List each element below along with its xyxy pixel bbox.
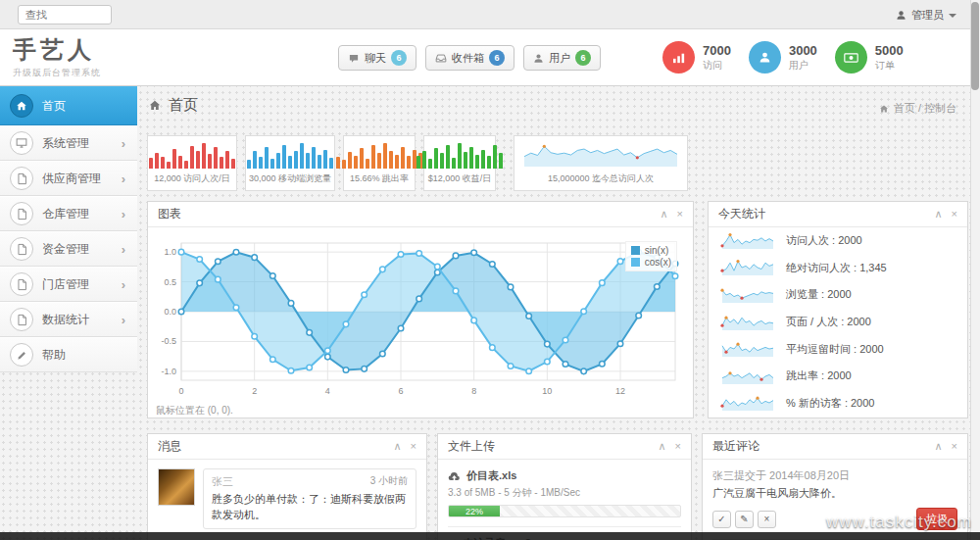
edit-button[interactable]: ✎ [735,511,754,528]
caret-down-icon [949,14,956,18]
legend-item: cos(x) [631,257,671,268]
stat-card-bounce[interactable]: 15.66% 跳出率 [343,135,416,191]
stat-card-total-visits[interactable]: 15,000000 迄今总访问人次 [514,135,688,191]
divider [448,526,681,527]
sidebar-item-system[interactable]: 系统管理 › [0,125,137,161]
chart-body: 0246810121.00.50.0-0.5-1.0 sin(x)cos(x) [148,227,693,400]
close-icon[interactable]: × [677,209,683,220]
inbox-icon [435,53,447,64]
collapse-icon[interactable]: ∧ [394,441,402,452]
message-bubble: 张三 3 小时前 胜多负少的单付款：了：迪斯科要放假两款发动机。 [203,468,416,529]
home-icon [148,99,162,112]
search-input[interactable] [18,5,112,25]
topbar: 管理员 [0,0,980,29]
close-icon[interactable]: × [411,441,416,452]
legend-label: cos(x) [645,257,671,268]
chat-icon [348,53,360,64]
today-stat-row: 浏览量 : 2000 [709,281,967,309]
svg-text:2: 2 [252,386,257,396]
sidebar-item-supplier[interactable]: 供应商管理 › [0,161,137,196]
brand-title: 手艺人 [13,34,101,66]
close-icon[interactable]: × [952,209,957,220]
close-icon[interactable]: × [952,441,957,452]
breadcrumb[interactable]: 首页 / 控制台 [879,101,956,116]
approve-button[interactable]: ✓ [712,511,731,528]
messages-panel-header: 消息 ∧ × [148,434,426,460]
svg-text:-1.0: -1.0 [161,367,176,376]
messages-panel-title: 消息 [158,438,385,455]
stat-card-mobile[interactable]: 30,000 移动端浏览量 [245,135,335,191]
upload-file-item[interactable]: 价目表.xls 3.3 of 5MB - 5 分钟 - 1MB/Sec 22% [448,468,681,517]
chat-badge: 6 [391,50,407,66]
sidebar-item-help[interactable]: 帮助 [0,337,137,372]
close-icon[interactable]: × [675,441,681,452]
sidebar-item-statistics[interactable]: 数据统计 › [0,302,137,337]
chevron-right-icon: › [122,207,125,221]
sin-cos-chart[interactable]: 0246810121.00.50.0-0.5-1.0 [154,233,683,400]
sidebar-item-home[interactable]: 首页 [0,86,137,125]
avatar [158,468,195,506]
users-button[interactable]: 用户 6 [523,45,601,71]
sidebar-item-warehouse[interactable]: 仓库管理 › [0,196,137,231]
svg-text:8: 8 [471,386,476,396]
file-icon [10,308,33,331]
comment-meta: 张三提交于 2014年08月20日 [712,468,957,483]
mini-bar-chart [416,142,503,169]
today-stat-row: 跳出率 : 2000 [709,363,967,390]
collapse-icon[interactable]: ∧ [935,209,943,220]
svg-text:10: 10 [542,386,552,396]
file-icon [10,202,33,225]
stat-card-revenue[interactable]: $12,000 收益/日 [423,135,496,191]
orders-value: 5000 [875,43,904,58]
svg-text:4: 4 [325,386,330,396]
collapse-icon[interactable]: ∧ [935,441,943,452]
svg-text:12: 12 [615,386,625,396]
inbox-badge: 6 [489,50,505,66]
svg-text:0.5: 0.5 [164,277,176,287]
collapse-icon[interactable]: ∧ [659,441,666,452]
quick-buttons: 聊天 6 收件箱 6 用户 6 [338,45,601,71]
users-label: 用户 [789,59,817,73]
file-icon [10,272,33,296]
inbox-button[interactable]: 收件箱 6 [425,45,514,71]
sparkline-chart [522,142,679,169]
chat-button[interactable]: 聊天 6 [338,45,416,71]
stat-card-caption: 12,000 访问人次/日 [154,172,230,185]
sidebar-item-stores[interactable]: 门店管理 › [0,267,137,302]
home-icon [879,104,889,114]
legend-swatch [631,246,640,255]
sparkline-chart [720,231,775,251]
users-button-label: 用户 [549,51,570,66]
progress-fill: 22% [449,506,500,516]
cloud-upload-icon [448,471,461,481]
today-panel-title: 今天统计 [718,206,926,222]
sidebar-item-funds[interactable]: 资金管理 › [0,231,137,267]
stat-card-caption: $12,000 收益/日 [428,172,492,185]
svg-text:6: 6 [398,386,403,396]
mini-bar-chart [149,142,235,169]
scrollbar-track[interactable] [970,0,980,540]
message-time: 3 小时前 [370,474,408,489]
upload-file-meta: 3.3 of 5MB - 5 分钟 - 1MB/Sec [448,486,681,500]
messages-panel: 消息 ∧ × 张三 3 小时前 胜多负少的单付款：了：迪斯科要放假两款发动机。 [147,433,427,540]
watermark: www.taskcity.com [826,513,972,532]
svg-text:1.0: 1.0 [164,247,176,257]
chart-footer: 鼠标位置在 (0, 0). [148,400,693,417]
bar-chart-icon [662,41,695,74]
chevron-right-icon: › [122,172,125,186]
chevron-right-icon: › [122,136,125,151]
svg-text:0: 0 [178,386,183,396]
message-item[interactable]: 张三 3 小时前 胜多负少的单付款：了：迪斯科要放假两款发动机。 [158,468,416,529]
scrollbar-thumb[interactable] [971,2,979,90]
collapse-icon[interactable]: ∧ [661,209,668,220]
svg-text:-0.5: -0.5 [161,336,176,346]
stat-card-visits[interactable]: 12,000 访问人次/日 [147,135,237,191]
user-menu[interactable]: 管理员 [896,8,956,23]
summary-stats: 7000 访问 3000 用户 5000 订单 [662,41,904,74]
progress-bar: 22% [448,505,681,517]
delete-button[interactable]: × [758,511,776,528]
message-sender: 张三 [212,474,233,489]
upload-panel-header: 文件上传 ∧ × [438,434,691,460]
users-stat: 3000 用户 [749,41,817,74]
stat-cards-row: 12,000 访问人次/日 30,000 移动端浏览量 15.66% 跳出率 $… [147,135,688,191]
